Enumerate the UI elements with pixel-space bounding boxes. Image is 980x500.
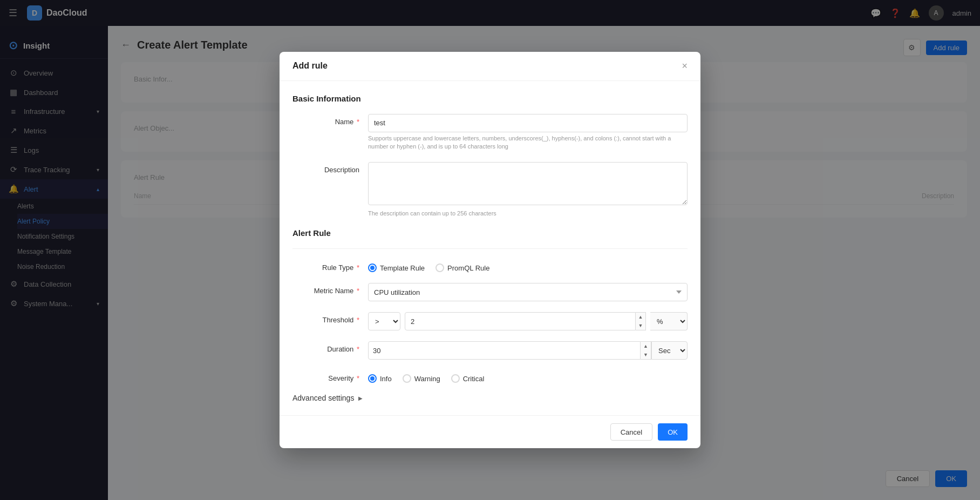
radio-circle-critical — [451, 374, 460, 383]
radio-promql-rule[interactable]: PromQL Rule — [435, 263, 489, 272]
name-control: Supports uppercase and lowercase letters… — [368, 114, 688, 151]
description-control: The description can contain up to 256 ch… — [368, 162, 688, 218]
severity-warning[interactable]: Warning — [403, 374, 440, 383]
add-rule-dialog: Add rule × Basic Information Name * Supp… — [280, 52, 700, 448]
radio-template-rule[interactable]: Template Rule — [368, 263, 425, 272]
radio-label-promql: PromQL Rule — [447, 264, 489, 272]
dialog-body: Basic Information Name * Supports upperc… — [280, 81, 700, 415]
name-input[interactable] — [368, 114, 688, 132]
metric-name-select[interactable]: CPU utilization Memory utilization Disk … — [368, 283, 688, 301]
threshold-row: Threshold * > >= < <= = — [292, 312, 688, 330]
dialog-close-button[interactable]: × — [682, 60, 688, 72]
duration-input-group: ▲ ▼ Sec Min Hour — [368, 341, 688, 360]
threshold-unit-select[interactable]: % count — [650, 312, 688, 330]
duration-number-input[interactable] — [368, 341, 641, 360]
radio-circle-template — [368, 263, 377, 272]
name-hint: Supports uppercase and lowercase letters… — [368, 134, 688, 151]
metric-name-label: Metric Name * — [292, 283, 368, 295]
alert-rule-section: Alert Rule Rule Type * Template Rule — [292, 228, 688, 383]
radio-circle-info — [368, 374, 377, 383]
threshold-operator-select[interactable]: > >= < <= = — [368, 312, 400, 330]
radio-circle-promql — [435, 263, 444, 272]
advanced-settings-label: Advanced settings — [292, 394, 354, 402]
dialog-footer: Cancel OK — [280, 415, 700, 448]
metric-name-row: Metric Name * CPU utilization Memory uti… — [292, 283, 688, 301]
name-row: Name * Supports uppercase and lowercase … — [292, 114, 688, 151]
duration-spinners: ▲ ▼ — [641, 341, 651, 360]
duration-unit-select[interactable]: Sec Min Hour — [651, 341, 688, 360]
severity-warning-label: Warning — [414, 375, 440, 383]
spin-up-button[interactable]: ▲ — [636, 313, 645, 321]
threshold-number-wrap: ▲ ▼ — [405, 312, 646, 330]
rule-type-control: Template Rule PromQL Rule — [368, 260, 688, 272]
description-label: Description — [292, 162, 368, 174]
severity-radio-group: Info Warning Critical — [368, 370, 688, 383]
severity-critical[interactable]: Critical — [451, 374, 485, 383]
threshold-label: Threshold * — [292, 312, 368, 324]
description-textarea[interactable] — [368, 162, 688, 205]
advanced-arrow-icon: ▶ — [358, 395, 363, 401]
name-label: Name * — [292, 114, 368, 126]
basic-information-title: Basic Information — [292, 94, 688, 103]
dialog-title: Add rule — [292, 61, 328, 71]
alert-rule-title: Alert Rule — [292, 228, 688, 238]
duration-spin-up-button[interactable]: ▲ — [641, 342, 651, 350]
severity-row: Severity * Info Warning — [292, 370, 688, 383]
radio-circle-warning — [403, 374, 411, 383]
rule-type-radio-group: Template Rule PromQL Rule — [368, 260, 688, 272]
advanced-settings-row[interactable]: Advanced settings ▶ — [292, 394, 688, 402]
description-row: Description The description can contain … — [292, 162, 688, 218]
duration-control: ▲ ▼ Sec Min Hour — [368, 341, 688, 360]
threshold-control: > >= < <= = ▲ ▼ — [368, 312, 688, 330]
metric-name-control: CPU utilization Memory utilization Disk … — [368, 283, 688, 301]
description-hint: The description can contain up to 256 ch… — [368, 210, 688, 218]
dialog-cancel-button[interactable]: Cancel — [610, 423, 652, 441]
duration-number-wrap: ▲ ▼ — [368, 341, 651, 360]
severity-critical-label: Critical — [463, 375, 485, 383]
threshold-spinners: ▲ ▼ — [636, 312, 646, 330]
duration-label: Duration * — [292, 341, 368, 353]
name-required: * — [355, 118, 359, 126]
severity-label: Severity * — [292, 370, 368, 382]
threshold-number-input[interactable] — [405, 312, 636, 330]
dialog-header: Add rule × — [280, 52, 700, 81]
spin-down-button[interactable]: ▼ — [636, 321, 645, 330]
severity-control: Info Warning Critical — [368, 370, 688, 383]
rule-type-row: Rule Type * Template Rule PromQL Rule — [292, 260, 688, 272]
severity-info-label: Info — [380, 375, 392, 383]
section-divider — [292, 248, 688, 249]
radio-label-template: Template Rule — [380, 264, 425, 272]
duration-row: Duration * ▲ ▼ Se — [292, 341, 688, 360]
rule-type-label: Rule Type * — [292, 260, 368, 272]
dialog-ok-button[interactable]: OK — [658, 423, 688, 441]
severity-info[interactable]: Info — [368, 374, 392, 383]
threshold-input-group: > >= < <= = ▲ ▼ — [368, 312, 688, 330]
duration-spin-down-button[interactable]: ▼ — [641, 350, 651, 359]
modal-overlay: Add rule × Basic Information Name * Supp… — [0, 0, 980, 500]
